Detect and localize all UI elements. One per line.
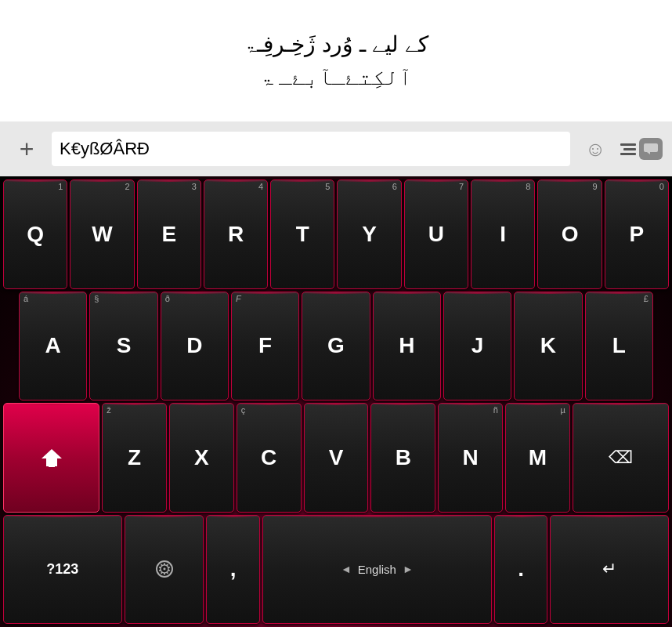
- key-d[interactable]: ðD: [161, 292, 229, 401]
- comma-key[interactable]: ,: [206, 515, 260, 625]
- key-x[interactable]: X: [169, 403, 234, 513]
- top-area: کے لیے ـ وُرد ژَخِـرفِـۃ آلکِتۓـآبۓـ ۃ: [0, 0, 672, 121]
- key-l[interactable]: £L: [585, 292, 653, 401]
- key-f-sub: F: [236, 295, 241, 303]
- key-u[interactable]: 7U: [404, 179, 468, 289]
- space-text: English: [358, 563, 396, 576]
- key-p-sub: 0: [659, 183, 664, 191]
- key-w-sub: 2: [125, 183, 129, 191]
- key-g[interactable]: G: [302, 292, 370, 401]
- key-x-main: X: [194, 447, 209, 469]
- key-k[interactable]: K: [514, 292, 582, 401]
- key-e[interactable]: 3E: [137, 179, 201, 289]
- key-t-main: T: [296, 223, 309, 245]
- key-j[interactable]: J: [443, 292, 511, 401]
- menu-button[interactable]: [620, 132, 663, 166]
- key-n-sub: ñ: [493, 406, 498, 415]
- key-s-main: S: [117, 335, 132, 357]
- key-o[interactable]: 9O: [537, 179, 602, 289]
- key-p[interactable]: 0P: [605, 179, 669, 289]
- key-e-sub: 3: [192, 183, 197, 191]
- key-row-2: áA §S ðD FF G H J K £L: [2, 292, 670, 401]
- key-r-main: R: [228, 223, 244, 245]
- settings-key[interactable]: [125, 515, 204, 625]
- key-i[interactable]: 8I: [471, 179, 535, 289]
- key-o-sub: 9: [593, 183, 598, 191]
- menu-bubble: [639, 138, 663, 160]
- key-i-main: I: [500, 223, 506, 245]
- comma-label: ,: [230, 558, 237, 580]
- emoji-icon: ☺: [585, 137, 606, 161]
- key-n-main: N: [462, 447, 478, 469]
- key-s-sub: §: [94, 295, 99, 303]
- key-e-main: E: [161, 223, 176, 245]
- key-row-4: ?123 , ◄ English ► . ↵: [2, 515, 670, 625]
- key-y-sub: 6: [392, 183, 397, 191]
- emoji-button[interactable]: ☺: [578, 132, 612, 166]
- shift-icon: [40, 448, 63, 468]
- key-q[interactable]: 1Q: [3, 179, 67, 289]
- key-a-sub: á: [23, 295, 28, 303]
- key-row-3: žZ X çC V B ñN µM ⌫: [2, 403, 670, 513]
- urdu-text-line2: آلکِتۓـآبۓـ ۃ: [260, 61, 413, 94]
- key-n[interactable]: ñN: [438, 403, 503, 513]
- key-l-main: L: [612, 335, 626, 357]
- key-c-sub: ç: [241, 406, 246, 415]
- key-l-sub: £: [644, 295, 649, 303]
- input-bar: + ☺: [0, 121, 672, 176]
- key-z-main: Z: [128, 447, 141, 469]
- key-m[interactable]: µM: [505, 403, 570, 513]
- keyboard: 1Q 2W 3E 4R 5T 6Y 7U 8I 9O 0P áA §S ðD F…: [0, 176, 672, 627]
- key-m-sub: µ: [560, 406, 565, 415]
- key-t[interactable]: 5T: [270, 179, 334, 289]
- key-o-main: O: [562, 223, 579, 245]
- period-label: .: [518, 558, 524, 580]
- key-b[interactable]: B: [370, 403, 435, 513]
- menu-line-2: [623, 148, 636, 150]
- enter-icon: ↵: [602, 559, 616, 579]
- backspace-key[interactable]: ⌫: [573, 403, 669, 513]
- svg-marker-1: [647, 152, 650, 154]
- key-p-main: P: [629, 223, 644, 245]
- svg-rect-0: [644, 143, 658, 152]
- space-arrow-left: ◄: [341, 563, 352, 575]
- key-a-main: A: [45, 335, 61, 357]
- period-key[interactable]: .: [494, 515, 548, 625]
- text-input[interactable]: [52, 132, 570, 166]
- key-i-sub: 8: [526, 183, 530, 191]
- enter-key[interactable]: ↵: [550, 515, 669, 625]
- key-f[interactable]: FF: [231, 292, 299, 401]
- menu-icon: [620, 143, 636, 155]
- urdu-text-line1: کے لیے ـ وُرد ژَخِـرفِـۃ: [244, 28, 428, 61]
- key-q-sub: 1: [58, 183, 63, 191]
- key-g-main: G: [327, 335, 345, 357]
- key-c-main: C: [261, 447, 276, 469]
- key-v-main: V: [329, 447, 344, 469]
- key-a[interactable]: áA: [19, 292, 87, 401]
- svg-marker-2: [42, 449, 62, 466]
- key-b-main: B: [396, 447, 411, 469]
- key-z-sub: ž: [107, 406, 111, 415]
- key-y[interactable]: 6Y: [337, 179, 401, 289]
- key-d-sub: ð: [165, 295, 170, 303]
- key-y-main: Y: [362, 223, 377, 245]
- key-c[interactable]: çC: [237, 403, 302, 513]
- key-r-sub: 4: [258, 183, 263, 191]
- key-h[interactable]: H: [373, 292, 441, 401]
- key-j-main: J: [471, 335, 484, 357]
- key-t-sub: 5: [325, 183, 330, 191]
- space-key[interactable]: ◄ English ►: [262, 515, 492, 625]
- key-u-sub: 7: [459, 183, 464, 191]
- key-u-main: U: [428, 223, 444, 245]
- plus-button[interactable]: +: [9, 132, 44, 166]
- key-m-main: M: [529, 447, 547, 469]
- plus-icon: +: [20, 135, 34, 164]
- shift-key[interactable]: [3, 403, 99, 513]
- key-v[interactable]: V: [304, 403, 369, 513]
- key-w[interactable]: 2W: [70, 179, 134, 289]
- key-r[interactable]: 4R: [204, 179, 268, 289]
- key-s[interactable]: §S: [89, 292, 157, 401]
- key-row-1: 1Q 2W 3E 4R 5T 6Y 7U 8I 9O 0P: [2, 179, 670, 289]
- key-z[interactable]: žZ: [102, 403, 167, 513]
- numbers-key[interactable]: ?123: [3, 515, 122, 625]
